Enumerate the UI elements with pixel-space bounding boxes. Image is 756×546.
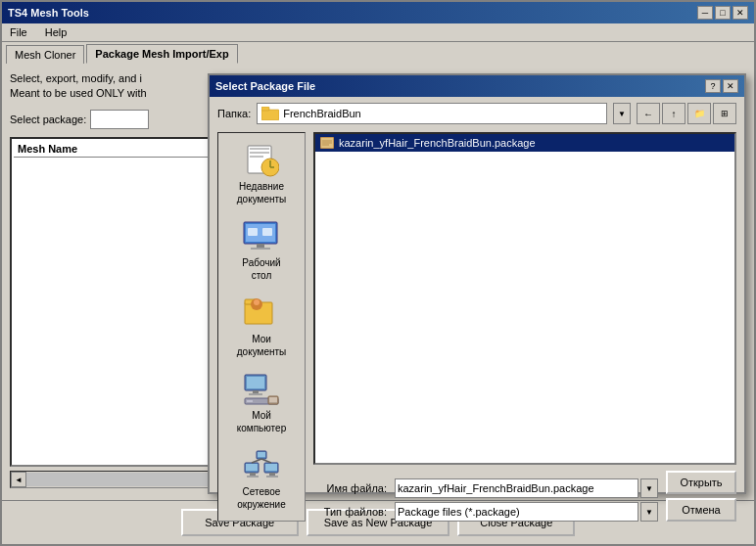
minimize-button[interactable]: ─: [697, 6, 713, 20]
dialog-help-button[interactable]: ?: [705, 79, 721, 93]
svg-rect-14: [262, 228, 272, 236]
dialog-body: Недавние документы: [210, 124, 744, 529]
file-browser-area: kazarin_yfHair_FrenchBraidBun.package Им…: [313, 132, 736, 522]
dialog-action-buttons: Открыть Отмена: [666, 471, 736, 522]
svg-rect-22: [253, 390, 259, 393]
folder-path-display[interactable]: FrenchBraidBun: [257, 103, 607, 124]
nav-back-button[interactable]: ←: [637, 103, 660, 124]
svg-line-35: [261, 459, 271, 463]
filename-label: Имя файла:: [313, 482, 387, 494]
app-titlebar: TS4 Mesh Tools ─ □ ✕: [2, 2, 754, 23]
file-item-0[interactable]: kazarin_yfHair_FrenchBraidBun.package: [315, 134, 734, 152]
folder-value: FrenchBraidBun: [283, 108, 361, 119]
svg-rect-31: [265, 464, 277, 471]
filetype-row: Тип файлов: ▼: [313, 502, 658, 522]
dialog-titlebar-buttons: ? ✕: [705, 79, 738, 93]
nav-desktop[interactable]: Рабочий стол: [218, 213, 305, 288]
svg-line-34: [252, 459, 261, 463]
folder-icon: [261, 107, 279, 120]
app-window: TS4 Mesh Tools ─ □ ✕ File Help Mesh Clon…: [0, 0, 756, 546]
package-file-icon: [319, 136, 335, 150]
svg-rect-33: [258, 452, 265, 457]
dialog-fields: Имя файла: ▼ Тип файлов: ▼: [313, 478, 658, 522]
svg-rect-0: [261, 110, 279, 120]
svg-point-19: [254, 299, 260, 305]
dialog-titlebar: Select Package File ? ✕: [210, 75, 744, 97]
filename-input[interactable]: [395, 478, 638, 498]
filetype-label: Тип файлов:: [313, 506, 387, 518]
menubar: File Help: [2, 23, 754, 42]
main-content: Select, export, modify, and i Meant to b…: [2, 64, 754, 500]
description-line2: Meant to be used ONLY with: [10, 87, 147, 99]
folder-label: Папка:: [217, 108, 251, 119]
svg-rect-13: [248, 228, 258, 236]
svg-rect-12: [251, 248, 270, 250]
nav-network-label: Сетевое окружение: [237, 485, 285, 511]
nav-recent-docs-label: Недавние документы: [237, 180, 287, 205]
folder-dropdown-button[interactable]: ▼: [613, 103, 631, 124]
menu-file[interactable]: File: [6, 25, 31, 39]
dialog-cancel-button[interactable]: Отмена: [666, 498, 736, 522]
select-package-label: Select package:: [10, 114, 86, 125]
dialog-title: Select Package File: [215, 80, 315, 92]
maximize-button[interactable]: □: [715, 6, 731, 20]
svg-rect-1: [261, 107, 269, 111]
svg-rect-29: [246, 464, 258, 471]
nav-new-folder-button[interactable]: 📁: [687, 103, 711, 124]
filetype-dropdown-button[interactable]: ▼: [640, 502, 658, 522]
svg-rect-25: [247, 400, 253, 402]
left-nav-panel: Недавние документы: [217, 132, 306, 522]
svg-rect-27: [269, 397, 277, 402]
filename-input-wrap: ▼: [395, 478, 658, 498]
dialog-bottom-area: Имя файла: ▼ Тип файлов: ▼: [313, 471, 736, 522]
tab-mesh-cloner[interactable]: Mesh Cloner: [6, 45, 84, 64]
app-title: TS4 Mesh Tools: [8, 7, 89, 19]
menu-help[interactable]: Help: [41, 25, 71, 39]
description-line1: Select, export, modify, and i: [10, 72, 142, 84]
recent-docs-icon: [242, 143, 281, 178]
scroll-left-button[interactable]: ◄: [11, 472, 26, 487]
nav-up-button[interactable]: ↑: [662, 103, 685, 124]
select-package-dialog: Select Package File ? ✕ Папка: FrenchBra…: [208, 73, 746, 494]
nav-my-docs[interactable]: Мои документы: [218, 290, 305, 364]
svg-rect-11: [257, 244, 264, 248]
dialog-ok-button[interactable]: Открыть: [666, 471, 736, 494]
nav-my-computer-label: Мой компьютер: [237, 409, 286, 434]
nav-my-docs-label: Мои документы: [237, 333, 287, 358]
svg-rect-37: [247, 476, 259, 478]
svg-rect-23: [249, 393, 262, 395]
svg-rect-4: [250, 152, 269, 154]
tab-package-mesh[interactable]: Package Mesh Import/Exp: [86, 44, 237, 64]
svg-rect-39: [266, 476, 278, 478]
filename-dropdown-button[interactable]: ▼: [640, 478, 658, 498]
select-package-input[interactable]: [90, 110, 149, 129]
network-icon: [242, 448, 281, 483]
toolbar-nav-buttons: ← ↑ 📁 ⊞: [637, 103, 736, 124]
filetype-input[interactable]: [395, 502, 638, 522]
svg-rect-36: [250, 473, 256, 476]
folder-bar: Папка: FrenchBraidBun ▼ ← ↑ 📁 ⊞: [210, 97, 744, 124]
nav-my-computer[interactable]: Мой компьютер: [218, 366, 305, 440]
filename-row: Имя файла: ▼: [313, 478, 658, 498]
close-button[interactable]: ✕: [732, 6, 748, 20]
file-list[interactable]: kazarin_yfHair_FrenchBraidBun.package: [313, 132, 736, 465]
svg-rect-5: [250, 156, 263, 158]
svg-rect-3: [250, 148, 269, 150]
my-computer-icon: [242, 372, 281, 407]
nav-view-button[interactable]: ⊞: [713, 103, 736, 124]
nav-desktop-label: Рабочий стол: [242, 256, 280, 282]
file-item-name-0: kazarin_yfHair_FrenchBraidBun.package: [339, 137, 536, 149]
svg-rect-38: [269, 473, 275, 476]
nav-recent-docs[interactable]: Недавние документы: [218, 137, 305, 211]
app-titlebar-buttons: ─ □ ✕: [697, 6, 748, 20]
svg-rect-21: [247, 377, 264, 388]
tabbar: Mesh Cloner Package Mesh Import/Exp: [2, 42, 754, 64]
desktop-icon: [242, 219, 281, 254]
dialog-close-button[interactable]: ✕: [723, 79, 738, 93]
nav-network[interactable]: Сетевое окружение: [218, 442, 305, 517]
filetype-input-wrap: ▼: [395, 502, 658, 522]
my-docs-icon: [242, 296, 281, 331]
